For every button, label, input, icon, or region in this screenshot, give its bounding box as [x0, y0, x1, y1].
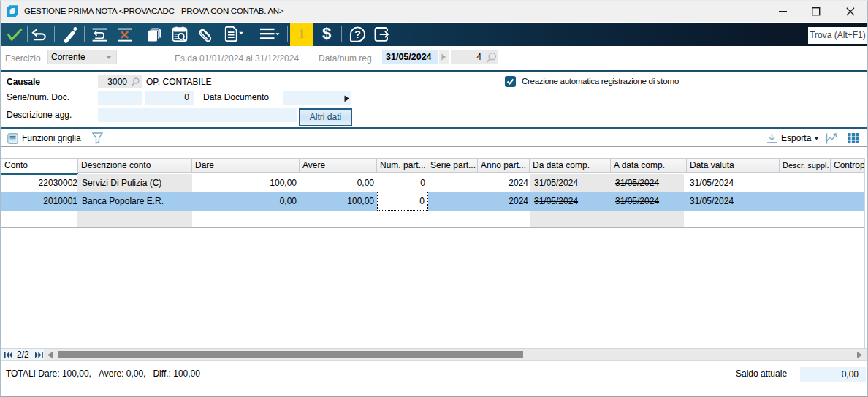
svg-text:?: ?	[354, 29, 361, 40]
